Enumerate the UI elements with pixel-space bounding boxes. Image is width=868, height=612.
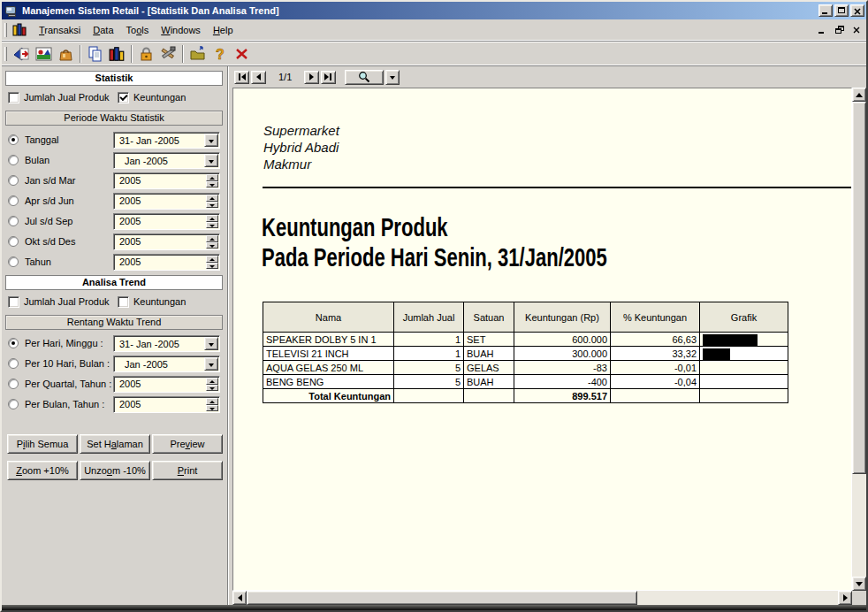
set-halaman-button[interactable]: Set Halaman: [80, 434, 150, 454]
keuntungan-checkbox[interactable]: [118, 92, 129, 103]
profit-bar: [703, 334, 758, 346]
previous-page-button[interactable]: [251, 71, 266, 84]
horizontal-scrollbar[interactable]: [232, 591, 852, 605]
copy-button[interactable]: [84, 43, 106, 65]
next-page-icon: [309, 73, 314, 80]
scroll-down-button[interactable]: [852, 577, 866, 591]
apr-jun-radio[interactable]: [8, 195, 19, 206]
spin-up-icon[interactable]: [206, 256, 218, 263]
scroll-left-button[interactable]: [232, 591, 247, 605]
exit-button[interactable]: [231, 43, 253, 65]
jan-mar-year-spinner[interactable]: 2005: [113, 172, 220, 189]
spin-up-icon[interactable]: [206, 174, 218, 181]
spin-down-icon[interactable]: [206, 202, 218, 209]
mdi-restore-button[interactable]: [833, 24, 847, 36]
trend-jumlah-jual-checkbox[interactable]: [8, 296, 19, 308]
periode-waktu-header: Periode Waktu Statistik: [5, 111, 223, 126]
close-icon: [853, 7, 862, 16]
zoom-dropdown-button[interactable]: [385, 70, 400, 85]
per-hari-radio[interactable]: [8, 338, 19, 348]
menu-help[interactable]: Help: [207, 22, 240, 38]
per-quartal-year-spinner[interactable]: 2005: [113, 376, 220, 393]
menu-tools[interactable]: Tools: [120, 22, 156, 38]
next-page-button[interactable]: [304, 71, 319, 84]
spin-up-icon[interactable]: [206, 378, 218, 385]
scroll-up-icon: [856, 93, 863, 97]
spin-up-icon[interactable]: [206, 398, 218, 405]
scroll-right-icon: [843, 594, 848, 601]
unzoom-button[interactable]: Unzoom -10%: [80, 461, 150, 480]
rentang-waktu-header: Rentang Waktu Trend: [5, 315, 223, 330]
mdi-child-chart-icon[interactable]: [12, 23, 27, 36]
menu-windows[interactable]: Windows: [155, 22, 207, 38]
row-bulan: Bulan Jan -2005: [2, 152, 227, 169]
apr-jun-year-spinner[interactable]: 2005: [113, 193, 220, 210]
tanggal-combo[interactable]: 31- Jan -2005: [113, 132, 220, 149]
chevron-down-icon[interactable]: [204, 154, 218, 167]
row-jan-mar: Jan s/d Mar 2005: [2, 172, 227, 189]
vertical-scrollbar[interactable]: [852, 88, 866, 591]
tahun-radio[interactable]: [8, 256, 19, 267]
spin-up-icon[interactable]: [206, 215, 218, 222]
spin-down-icon[interactable]: [206, 242, 218, 249]
menubar-grip[interactable]: [4, 23, 7, 37]
spin-down-icon[interactable]: [206, 222, 218, 229]
pilih-semua-button[interactable]: Pilih Semua: [7, 434, 78, 454]
maximize-button[interactable]: [834, 4, 849, 17]
bulan-combo[interactable]: Jan -2005: [113, 152, 220, 169]
okt-des-radio[interactable]: [8, 236, 19, 247]
menu-transaksi[interactable]: Transaksi: [33, 22, 87, 38]
bulan-radio[interactable]: [8, 155, 19, 165]
vertical-scroll-thumb[interactable]: [852, 102, 866, 474]
last-page-button[interactable]: [321, 71, 336, 84]
mdi-minimize-button[interactable]: [816, 24, 830, 36]
scroll-up-button[interactable]: [852, 88, 866, 102]
spin-up-icon[interactable]: [206, 195, 218, 202]
row-tanggal: Tanggal 31- Jan -2005: [2, 132, 227, 149]
shopping-bag-button[interactable]: [55, 43, 77, 65]
trend-keuntungan-checkbox[interactable]: [118, 296, 129, 308]
mdi-close-button[interactable]: [849, 24, 864, 36]
tahun-year-spinner[interactable]: 2005: [113, 254, 220, 271]
statistics-chart-button[interactable]: [106, 43, 128, 65]
jumlah-jual-produk-checkbox[interactable]: [8, 92, 19, 103]
zoom-tool-button[interactable]: [345, 70, 384, 85]
transaction-button[interactable]: [11, 43, 33, 65]
preview-button[interactable]: Preview: [152, 434, 223, 454]
per-hari-combo[interactable]: 31- Jan -2005: [113, 335, 220, 352]
per-10-hari-combo[interactable]: Jan -2005: [113, 356, 220, 372]
spin-up-icon[interactable]: [206, 235, 218, 242]
close-button[interactable]: [850, 4, 864, 17]
per-quartal-radio[interactable]: [8, 379, 19, 389]
chevron-down-icon[interactable]: [204, 357, 218, 371]
lock-button[interactable]: [135, 43, 157, 65]
folder-button[interactable]: [187, 43, 209, 65]
toolbar-separator: [182, 45, 184, 63]
tanggal-radio[interactable]: [8, 134, 19, 145]
spin-down-icon[interactable]: [206, 385, 218, 392]
spin-down-icon[interactable]: [206, 405, 218, 412]
first-page-button[interactable]: [234, 71, 249, 84]
spin-down-icon[interactable]: [206, 263, 218, 270]
report-image-button[interactable]: [33, 43, 55, 65]
horizontal-scroll-thumb[interactable]: [247, 591, 637, 605]
per-bulan-radio[interactable]: [8, 399, 19, 409]
chevron-down-icon[interactable]: [204, 337, 218, 350]
menu-data[interactable]: Data: [87, 22, 119, 38]
jul-sep-year-spinner[interactable]: 2005: [113, 213, 220, 230]
per-bulan-year-spinner[interactable]: 2005: [113, 396, 220, 413]
minimize-button[interactable]: [819, 4, 833, 17]
jul-sep-radio[interactable]: [8, 216, 19, 226]
help-button[interactable]: ?: [209, 43, 231, 65]
trend-keuntungan-checkbox-row: Keuntungan: [118, 295, 186, 308]
tools-button[interactable]: [157, 43, 179, 65]
toolbar-grip[interactable]: [4, 47, 7, 61]
zoom-in-button[interactable]: Zoom +10%: [7, 461, 78, 480]
chevron-down-icon[interactable]: [204, 134, 218, 147]
okt-des-year-spinner[interactable]: 2005: [113, 233, 220, 250]
per-10-hari-radio[interactable]: [8, 358, 19, 369]
scroll-right-button[interactable]: [838, 591, 852, 605]
jan-mar-radio[interactable]: [8, 175, 19, 186]
print-button[interactable]: Print: [152, 461, 223, 480]
spin-down-icon[interactable]: [206, 181, 218, 188]
